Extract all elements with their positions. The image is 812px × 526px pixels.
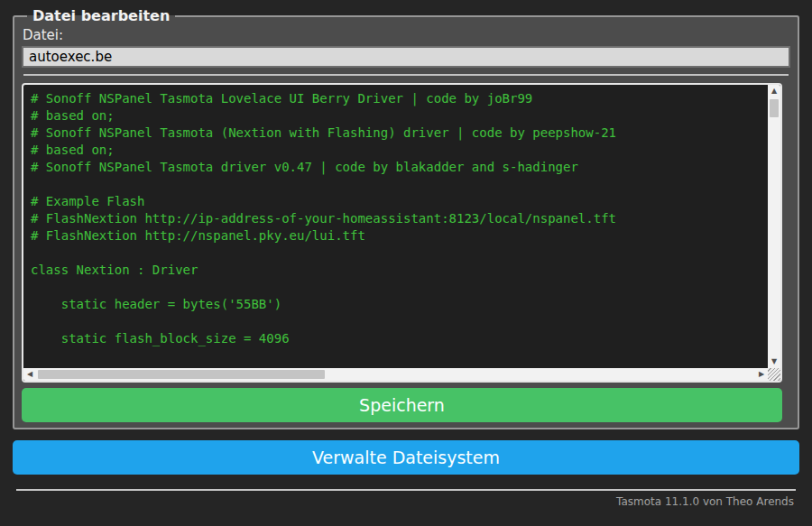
code-content[interactable]: # Sonoff NSPanel Tasmota Lovelace UI Ber… bbox=[23, 85, 767, 367]
divider bbox=[23, 74, 789, 76]
horizontal-scrollbar[interactable]: ◀ ▶ bbox=[23, 368, 768, 381]
vertical-scrollbar[interactable]: ▲ ▼ bbox=[768, 85, 780, 368]
page-container: Datei bearbeiten Datei: # Sonoff NSPanel… bbox=[13, 0, 799, 508]
resize-grip-icon[interactable] bbox=[768, 368, 780, 381]
manage-filesystem-button[interactable]: Verwalte Dateisystem bbox=[13, 440, 799, 475]
fieldset-legend: Datei bearbeiten bbox=[27, 8, 175, 24]
filename-input[interactable] bbox=[22, 46, 790, 68]
footer-text: Tasmota 11.1.0 von Theo Arends bbox=[13, 491, 799, 508]
vertical-scroll-thumb[interactable] bbox=[770, 99, 779, 117]
file-editor-fieldset: Datei bearbeiten Datei: # Sonoff NSPanel… bbox=[13, 8, 799, 429]
scroll-right-icon[interactable]: ▶ bbox=[755, 368, 768, 381]
code-editor[interactable]: # Sonoff NSPanel Tasmota Lovelace UI Ber… bbox=[22, 83, 782, 383]
scroll-down-icon[interactable]: ▼ bbox=[768, 355, 780, 368]
save-button[interactable]: Speichern bbox=[22, 388, 782, 422]
scroll-left-icon[interactable]: ◀ bbox=[23, 368, 36, 381]
footer: Tasmota 11.1.0 von Theo Arends bbox=[13, 489, 799, 508]
scroll-up-icon[interactable]: ▲ bbox=[768, 85, 780, 97]
horizontal-scroll-thumb[interactable] bbox=[38, 370, 325, 379]
file-label: Datei: bbox=[23, 27, 790, 43]
